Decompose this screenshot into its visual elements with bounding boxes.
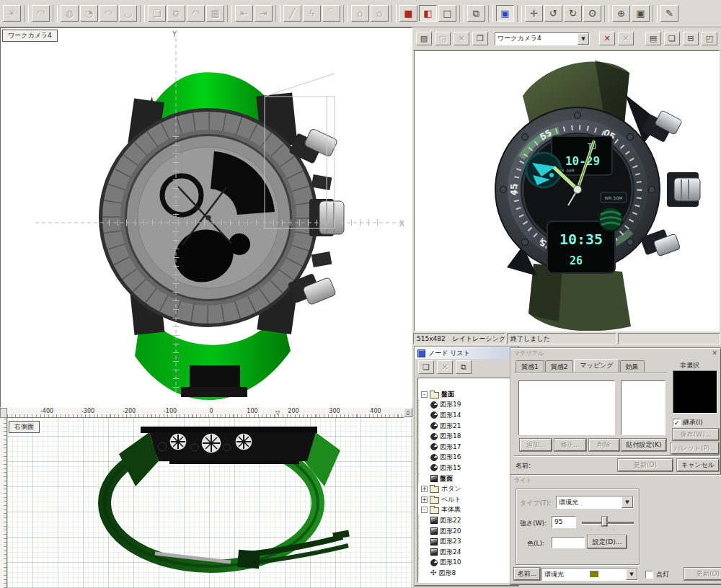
light-strength-input[interactable]: 95	[552, 516, 576, 528]
tab-0[interactable]: 質感1	[516, 360, 544, 373]
tab-1[interactable]: 質感2	[545, 360, 574, 373]
tree-item[interactable]: 図形24	[418, 547, 515, 558]
chevron-down-icon[interactable]: ▼	[622, 496, 633, 508]
light-type-select[interactable]: 環境光 ▼	[556, 496, 634, 509]
save-button[interactable]: 保存(W)...	[673, 429, 719, 440]
paste-settings-button[interactable]: 貼付設定(K)	[622, 439, 666, 451]
button-roll-view[interactable]: ↻	[564, 5, 582, 22]
button-clear-alpha[interactable]: ✕	[618, 32, 634, 45]
tree-item[interactable]: +ボタン	[418, 484, 515, 494]
ruler-lock-icon[interactable]: ▯	[404, 408, 412, 417]
mapping-preview-list[interactable]	[621, 380, 665, 435]
close-icon[interactable]: ✕	[712, 350, 717, 357]
tree-item[interactable]: 図形10	[418, 558, 515, 569]
tab-3[interactable]: 効果	[620, 360, 645, 373]
button-memo-tool[interactable]: ✎	[660, 5, 678, 22]
button-half-display-mode[interactable]: ◧	[419, 5, 437, 22]
mapping-layer-list[interactable]	[518, 380, 615, 435]
button-center-view[interactable]: ⊕	[612, 5, 630, 22]
button-knife-tool[interactable]: ╱	[283, 5, 301, 22]
button-node-layers[interactable]: ⧉	[456, 360, 472, 374]
button-render-options[interactable]: ▨	[416, 32, 432, 45]
button-copy-window-tool[interactable]: ❏	[148, 5, 166, 22]
button-dome-tool-a[interactable]: ◠	[99, 5, 118, 22]
light-update-button[interactable]: 更新(O)	[684, 568, 721, 580]
light-select[interactable]: 環境光 ▼	[541, 568, 638, 581]
button-fit-view[interactable]: ▣	[632, 5, 650, 22]
lit-checkbox-row[interactable]: 点灯	[645, 570, 669, 579]
button-dome-window-tool[interactable]: ◠	[187, 5, 205, 22]
button-stop-render[interactable]: ✕	[454, 32, 469, 45]
button-node-collapse[interactable]: ❏	[418, 360, 434, 374]
button-bend-tool[interactable]: ⌒	[322, 5, 340, 22]
button-clear-image[interactable]: ✕	[599, 32, 615, 45]
light-titlebar[interactable]: ライト	[511, 476, 721, 485]
slider-thumb[interactable]	[602, 517, 607, 526]
button-wire-display-mode[interactable]: □	[438, 5, 456, 22]
viewport-perspective[interactable]: ワークカメラ4	[0, 27, 412, 408]
button-home-view-tool[interactable]: ⌂	[351, 5, 369, 22]
button-save-as-image[interactable]: ❏	[664, 32, 680, 45]
add-button[interactable]: 追加...	[520, 439, 552, 451]
tree-item[interactable]: 図形16	[418, 453, 515, 463]
button-rotate-view[interactable]: ↺	[544, 5, 562, 22]
light-color-swatch[interactable]	[552, 537, 585, 548]
lit-checkbox[interactable]	[645, 571, 653, 579]
button-align-right-tool[interactable]: ⇥	[255, 5, 273, 22]
viewport-side[interactable]: ▽ -400-300-200-1000100200300400 ▯ 右側面	[0, 408, 412, 588]
button-textured-sphere-tool[interactable]: ◍	[61, 5, 79, 22]
light-name-button[interactable]: 名前...	[514, 568, 540, 580]
chevron-down-icon[interactable]: ▼	[578, 33, 589, 45]
tree-toggle[interactable]: +	[421, 496, 428, 503]
button-wire-sphere-tool[interactable]: ◔	[80, 5, 98, 22]
tree-toggle[interactable]: -	[421, 507, 428, 513]
button-save-image[interactable]: ▤	[645, 32, 661, 45]
button-lightning-tool[interactable]: ϟ	[303, 5, 321, 22]
button-print-image[interactable]: ⊟	[683, 32, 699, 45]
button-texture-display-mode[interactable]: ▣	[496, 5, 514, 22]
tree-item[interactable]: 図形21	[418, 421, 515, 432]
delete-button[interactable]: 削除	[589, 439, 619, 451]
tree-item[interactable]: 図形20	[418, 526, 515, 537]
tree-item[interactable]: 図形23	[418, 536, 515, 547]
button-paste-window-tool[interactable]: ⧉	[167, 5, 185, 22]
tree-item[interactable]: 図形18	[418, 431, 515, 442]
light-strength-slider[interactable]	[582, 522, 634, 524]
palette-button[interactable]: パレット(P)...	[671, 442, 719, 454]
tree-item[interactable]: ✣図形8	[418, 568, 515, 579]
tree-toggle[interactable]: +	[421, 486, 428, 492]
tree-item[interactable]: 図形14	[418, 410, 515, 421]
viewport-camera-tab[interactable]: ワークカメラ4	[2, 30, 58, 42]
light-settings-button[interactable]: 設定(D)...	[588, 535, 627, 548]
update-button[interactable]: 更新(O)	[618, 459, 673, 471]
tree-item[interactable]: -盤面	[418, 389, 515, 400]
button-dome-tool-b[interactable]: ◡	[119, 5, 137, 22]
material-titlebar[interactable]: マテリアル ✕	[511, 349, 720, 358]
tab-2[interactable]: マッピング	[574, 359, 619, 373]
render-camera-select[interactable]: ワークカメラ4 ▼	[495, 32, 590, 45]
render-canvas[interactable]: 55 05 45 35 25 TU 10-29 ALM 50M WR 50M 1…	[414, 50, 720, 331]
button-render-window[interactable]: ❐	[472, 32, 488, 45]
tree-item[interactable]: 図形19	[418, 400, 515, 411]
inherit-checkbox[interactable]: ✓	[673, 419, 681, 427]
node-list-titlebar[interactable]: ノード リスト	[415, 347, 518, 359]
tree-toggle[interactable]: -	[421, 391, 428, 398]
modify-button[interactable]: 修正...	[554, 439, 586, 451]
button-bridge-tool[interactable]: ◠	[32, 5, 50, 22]
button-node-delete[interactable]: ✕	[437, 360, 453, 374]
tree-item[interactable]: 図形22	[418, 515, 515, 526]
button-rerender[interactable]: ◲	[435, 32, 451, 45]
tree-item[interactable]: 盤面	[418, 473, 515, 484]
button-duplicate-window[interactable]: ⧉	[467, 5, 485, 22]
button-align-left-tool[interactable]: ⇤	[235, 5, 253, 22]
tree-item[interactable]: 図形17	[418, 442, 515, 453]
viewport-side-tab[interactable]: 右側面	[9, 421, 40, 433]
inherit-checkbox-row[interactable]: ✓ 継承(I)	[673, 418, 703, 427]
tree-item[interactable]: 図形15	[418, 463, 515, 473]
side-canvas[interactable]: 右側面	[7, 418, 412, 588]
button-texture-cube-tool[interactable]: ▦	[206, 5, 224, 22]
button-select-tool[interactable]: ✳	[3, 5, 21, 22]
button-print-preview[interactable]: ◰	[702, 32, 717, 45]
button-solid-display-mode[interactable]: ■	[399, 5, 417, 22]
chevron-down-icon[interactable]: ▼	[626, 569, 637, 580]
